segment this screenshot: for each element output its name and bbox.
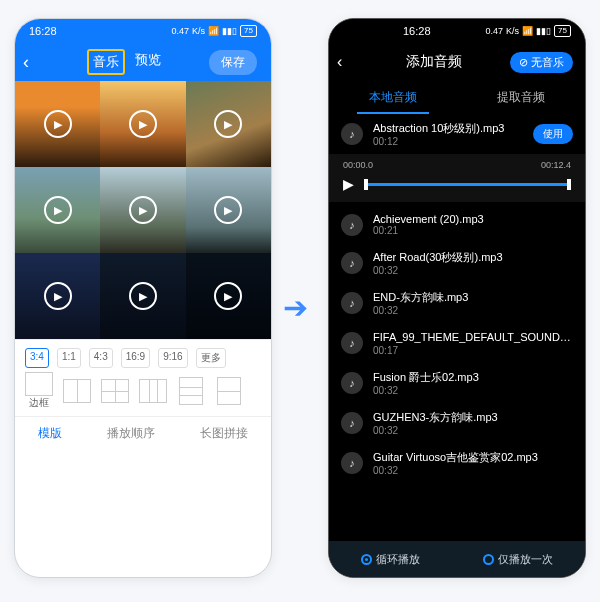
video-thumb[interactable]: ▶ <box>15 253 100 339</box>
video-thumb[interactable]: ▶ <box>186 253 271 339</box>
save-button[interactable]: 保存 <box>209 50 257 75</box>
video-thumb[interactable]: ▶ <box>100 81 185 167</box>
video-thumb[interactable]: ▶ <box>186 167 271 253</box>
audio-player: 00:00.000:12.4 ▶ <box>329 154 585 202</box>
track-row[interactable]: ♪Guitar Virtuoso吉他鉴赏家02.mp300:32 <box>329 443 585 483</box>
track-name: Guitar Virtuoso吉他鉴赏家02.mp3 <box>373 450 573 465</box>
arrow-icon: ➔ <box>283 290 308 325</box>
track-row[interactable]: ♪ Abstraction 10秒级别).mp300:12 使用 <box>329 114 585 154</box>
status-indicators: 0.47K/s 📶 ▮▮▯ 75 <box>172 25 257 37</box>
note-icon: ♪ <box>341 332 363 354</box>
track-duration: 00:32 <box>373 265 573 276</box>
layout-3row[interactable] <box>179 377 203 405</box>
status-indicators: 0.47K/s 📶 ▮▮▯ 75 <box>486 25 571 37</box>
play-icon: ▶ <box>129 282 157 310</box>
ratio-chip[interactable]: 1:1 <box>57 348 81 368</box>
track-name: FIFA_99_THEME_DEFAULT_SOUND-异域风情.mp3 <box>373 330 573 345</box>
track-list: ♪Achievement (20).mp300:21 ♪After Road(3… <box>329 206 585 483</box>
tab-extract-audio[interactable]: 提取音频 <box>485 81 557 114</box>
track-duration: 00:32 <box>373 305 573 316</box>
video-thumb[interactable]: ▶ <box>100 167 185 253</box>
trim-start-handle[interactable] <box>364 179 368 190</box>
back-icon[interactable]: ‹ <box>23 52 43 73</box>
play-button[interactable]: ▶ <box>343 176 354 192</box>
status-time: 16:28 <box>29 25 57 37</box>
track-row[interactable]: ♪GUZHEN3-东方韵味.mp300:32 <box>329 403 585 443</box>
page-title: 添加音频 <box>357 53 510 71</box>
track-name: Fusion 爵士乐02.mp3 <box>373 370 573 385</box>
track-name: END-东方韵味.mp3 <box>373 290 573 305</box>
loop-option[interactable]: 循环播放 <box>361 552 420 567</box>
audio-tabs: 本地音频 提取音频 <box>329 81 585 114</box>
track-row[interactable]: ♪Fusion 爵士乐02.mp300:32 <box>329 363 585 403</box>
editor-header: ‹ 音乐 预览 保存 <box>15 43 271 81</box>
bottom-tabs: 模版 播放顺序 长图拼接 <box>15 416 271 452</box>
video-thumb[interactable]: ▶ <box>186 81 271 167</box>
track-duration: 00:32 <box>373 425 573 436</box>
ratio-chip[interactable]: 9:16 <box>158 348 187 368</box>
play-icon: ▶ <box>129 196 157 224</box>
player-start: 00:00.0 <box>343 160 373 170</box>
note-icon: ♪ <box>341 292 363 314</box>
play-icon: ▶ <box>214 196 242 224</box>
tab-order[interactable]: 播放顺序 <box>107 425 155 442</box>
track-row[interactable]: ♪FIFA_99_THEME_DEFAULT_SOUND-异域风情.mp300:… <box>329 323 585 363</box>
layout-2col[interactable] <box>63 379 91 403</box>
track-duration: 00:32 <box>373 385 573 396</box>
track-duration: 00:17 <box>373 345 573 356</box>
phone-audio: 16:28 0.47K/s 📶 ▮▮▯ 75 ‹ 添加音频 ⊘无音乐 本地音频 … <box>328 18 586 578</box>
track-name: After Road(30秒级别).mp3 <box>373 250 573 265</box>
tab-template[interactable]: 模版 <box>38 425 62 442</box>
border-label: 边框 <box>25 396 53 410</box>
track-duration: 00:12 <box>373 136 523 147</box>
note-icon: ♪ <box>341 452 363 474</box>
ratio-chip[interactable]: 16:9 <box>121 348 150 368</box>
once-option[interactable]: 仅播放一次 <box>483 552 553 567</box>
track-row[interactable]: ♪Achievement (20).mp300:21 <box>329 206 585 243</box>
play-icon: ▶ <box>44 110 72 138</box>
track-duration: 00:32 <box>373 465 573 476</box>
play-icon: ▶ <box>129 110 157 138</box>
play-icon: ▶ <box>44 282 72 310</box>
phone-editor: 16:28 0.47K/s 📶 ▮▮▯ 75 ‹ 音乐 预览 保存 ▶ ▶ ▶ … <box>14 18 272 578</box>
track-row[interactable]: ♪END-东方韵味.mp300:32 <box>329 283 585 323</box>
tab-preview[interactable]: 预览 <box>131 49 165 75</box>
video-thumb[interactable]: ▶ <box>15 81 100 167</box>
note-icon: ♪ <box>341 412 363 434</box>
seek-bar[interactable] <box>364 183 571 186</box>
track-duration: 00:21 <box>373 225 573 236</box>
status-bar: 16:28 0.47K/s 📶 ▮▮▯ 75 <box>329 19 585 43</box>
play-icon: ▶ <box>214 110 242 138</box>
tab-music[interactable]: 音乐 <box>87 49 125 75</box>
note-icon: ♪ <box>341 252 363 274</box>
video-thumb[interactable]: ▶ <box>100 253 185 339</box>
audio-header: ‹ 添加音频 ⊘无音乐 <box>329 43 585 81</box>
note-icon: ♪ <box>341 214 363 236</box>
layout-2row[interactable] <box>217 377 241 405</box>
ban-icon: ⊘ <box>519 56 528 69</box>
trim-end-handle[interactable] <box>567 179 571 190</box>
radio-off-icon <box>483 554 494 565</box>
status-bar: 16:28 0.47K/s 📶 ▮▮▯ 75 <box>15 19 271 43</box>
radio-on-icon <box>361 554 372 565</box>
back-icon[interactable]: ‹ <box>337 53 357 71</box>
layout-4[interactable] <box>101 379 129 403</box>
play-icon: ▶ <box>214 282 242 310</box>
play-icon: ▶ <box>44 196 72 224</box>
track-name: Abstraction 10秒级别).mp3 <box>373 121 523 136</box>
layout-1[interactable] <box>25 372 53 396</box>
ratio-chip[interactable]: 3:4 <box>25 348 49 368</box>
layout-row: 边框 <box>15 372 271 416</box>
tab-long[interactable]: 长图拼接 <box>200 425 248 442</box>
ratio-chip[interactable]: 更多 <box>196 348 226 368</box>
play-mode-bar: 循环播放 仅播放一次 <box>329 541 585 577</box>
status-time: 16:28 <box>403 25 431 37</box>
layout-3col[interactable] <box>139 379 167 403</box>
no-music-button[interactable]: ⊘无音乐 <box>510 52 573 73</box>
video-thumb[interactable]: ▶ <box>15 167 100 253</box>
tab-local-audio[interactable]: 本地音频 <box>357 81 429 114</box>
track-row[interactable]: ♪After Road(30秒级别).mp300:32 <box>329 243 585 283</box>
ratio-chip[interactable]: 4:3 <box>89 348 113 368</box>
player-end: 00:12.4 <box>541 160 571 170</box>
use-button[interactable]: 使用 <box>533 124 573 144</box>
